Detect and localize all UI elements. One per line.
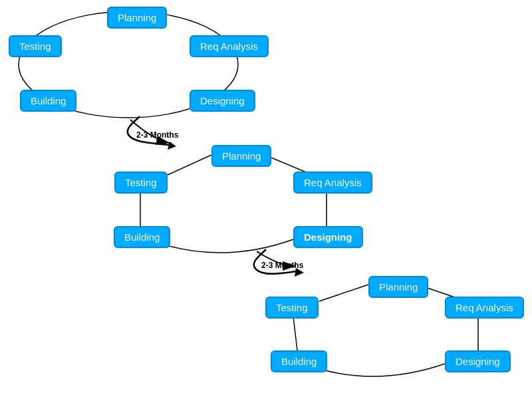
cycle2-testing: Testing	[114, 172, 168, 194]
cycle1-planning: Planning	[107, 7, 167, 29]
cycle1-testing: Testing	[9, 35, 62, 57]
cycle2-planning: Planning	[211, 145, 271, 167]
diagram-container: Planning Req Analysis Designing Building…	[0, 0, 532, 395]
arrow-label-1: 2-3 Months	[136, 130, 178, 140]
cycle2-designing: Designing	[293, 226, 363, 248]
diagram-svg	[0, 0, 532, 395]
cycle1-req-analysis: Req Analysis	[190, 35, 269, 57]
cycle1-designing: Designing	[190, 90, 255, 112]
cycle2-building: Building	[114, 226, 170, 248]
cycle3-building: Building	[271, 350, 327, 372]
cycle3-designing: Designing	[445, 350, 511, 372]
arrow-label-2: 2-3 Months	[261, 261, 303, 270]
cycle3-testing: Testing	[265, 297, 319, 319]
cycle1-building: Building	[20, 90, 76, 112]
cycle3-planning: Planning	[368, 276, 428, 298]
svg-line-8	[319, 285, 368, 301]
cycle3-req-analysis: Req Analysis	[445, 297, 524, 319]
svg-line-4	[168, 155, 211, 175]
cycle2-req-analysis: Req Analysis	[293, 172, 372, 194]
